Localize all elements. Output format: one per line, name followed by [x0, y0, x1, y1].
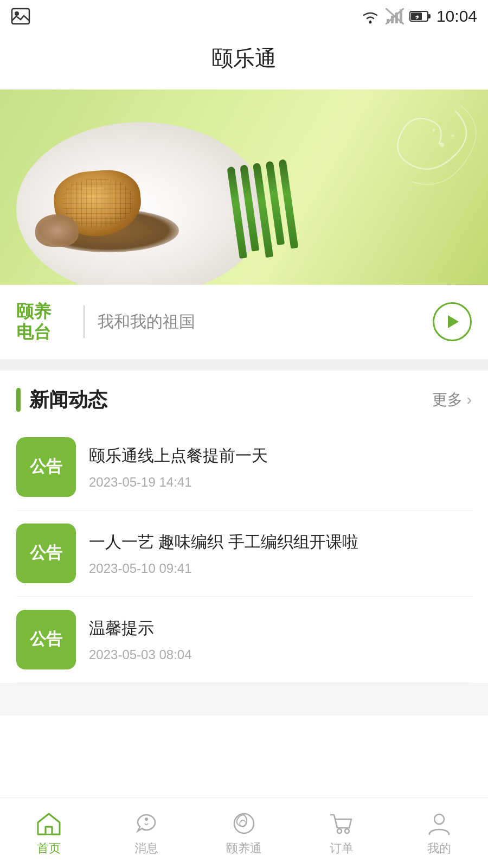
svg-marker-15: [448, 315, 459, 328]
news-headline-1: 颐乐通线上点餐提前一天: [89, 444, 472, 467]
status-time: 10:04: [436, 7, 477, 25]
news-time-3: 2023-05-03 08:04: [89, 647, 472, 662]
nav-item-profile[interactable]: 我的: [407, 810, 472, 857]
radio-label: 颐养电台: [16, 301, 70, 343]
banner: [0, 90, 488, 285]
news-section: 新闻动态 更多 › 公告 颐乐通线上点餐提前一天 2023-05-19 14:4…: [0, 371, 488, 683]
news-headline-2: 一人一艺 趣味编织 手工编织组开课啦: [89, 531, 472, 553]
status-bar-left: [11, 7, 30, 26]
svg-point-19: [337, 829, 342, 833]
news-headline-3: 温馨提示: [89, 617, 472, 640]
message-icon: [133, 810, 160, 837]
bottom-nav: 首页 消息 颐养通 订单: [0, 797, 488, 868]
wifi-icon: [361, 8, 380, 24]
news-title-group: 新闻动态: [16, 387, 107, 413]
svg-point-17: [145, 818, 148, 821]
nav-label-messages: 消息: [134, 840, 158, 857]
news-time-1: 2023-05-19 14:41: [89, 475, 472, 490]
news-item[interactable]: 公告 一人一艺 趣味编织 手工编织组开课啦 2023-05-10 09:41: [16, 510, 472, 597]
status-bar-right: 10:04: [361, 7, 477, 25]
svg-point-12: [440, 143, 444, 147]
signal-icon: [386, 8, 404, 24]
home-icon: [35, 810, 62, 837]
news-item[interactable]: 公告 颐乐通线上点餐提前一天 2023-05-19 14:41: [16, 424, 472, 510]
nav-item-orders[interactable]: 订单: [309, 810, 374, 857]
news-content-1: 颐乐通线上点餐提前一天 2023-05-19 14:41: [89, 444, 472, 490]
news-badge-3: 公告: [16, 610, 76, 669]
nav-item-home[interactable]: 首页: [16, 810, 81, 857]
banner-swirl: [358, 100, 477, 220]
news-bar-indicator: [16, 388, 21, 412]
app-title: 颐乐通: [0, 33, 488, 90]
battery-icon: [409, 10, 431, 23]
news-header: 新闻动态 更多 ›: [16, 371, 472, 424]
nav-label-home: 首页: [37, 840, 61, 857]
play-icon: [442, 312, 462, 331]
radio-divider: [84, 305, 85, 338]
order-icon: [328, 810, 355, 837]
svg-rect-16: [46, 827, 52, 834]
svg-rect-0: [12, 9, 29, 24]
nav-label-profile: 我的: [427, 840, 451, 857]
svg-point-13: [451, 134, 454, 137]
svg-point-14: [433, 129, 435, 132]
nav-item-messages[interactable]: 消息: [114, 810, 179, 857]
news-more-arrow-icon: ›: [467, 391, 472, 409]
svg-point-1: [15, 11, 19, 16]
bottom-gray-area: [0, 683, 488, 716]
news-badge-2: 公告: [16, 524, 76, 583]
svg-point-21: [434, 814, 444, 824]
image-icon: [11, 7, 30, 26]
news-content-2: 一人一艺 趣味编织 手工编织组开课啦 2023-05-10 09:41: [89, 531, 472, 576]
news-title: 新闻动态: [29, 387, 107, 413]
news-content-3: 温馨提示 2023-05-03 08:04: [89, 617, 472, 662]
food-icon: [230, 810, 258, 837]
radio-song: 我和我的祖国: [98, 311, 433, 333]
news-time-2: 2023-05-10 09:41: [89, 561, 472, 576]
svg-point-20: [345, 829, 349, 833]
status-bar: 10:04: [0, 0, 488, 33]
svg-rect-10: [428, 14, 431, 18]
news-item[interactable]: 公告 温馨提示 2023-05-03 08:04: [16, 597, 472, 683]
radio-section: 颐养电台 我和我的祖国: [0, 285, 488, 360]
nav-label-orders: 订单: [330, 840, 354, 857]
section-divider: [0, 360, 488, 371]
svg-point-2: [369, 21, 371, 24]
nav-item-yiyangtong[interactable]: 颐养通: [211, 810, 277, 857]
radio-play-button[interactable]: [433, 302, 472, 341]
profile-icon: [426, 810, 453, 837]
nav-label-yiyangtong: 颐养通: [226, 840, 262, 857]
news-badge-1: 公告: [16, 437, 76, 497]
news-more-button[interactable]: 更多 ›: [432, 390, 472, 410]
